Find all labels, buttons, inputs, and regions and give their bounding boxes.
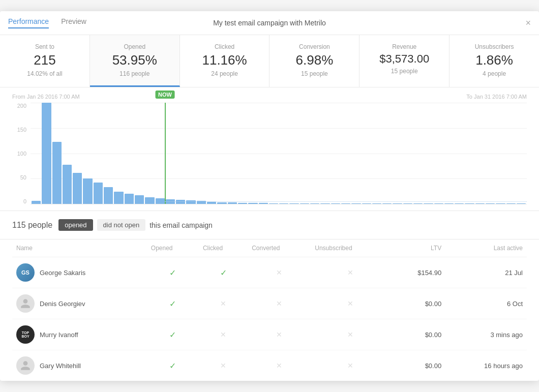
stat-conversion[interactable]: Conversion 6.98% 15 people	[270, 35, 360, 87]
stat-clicked-sub: 24 people	[184, 70, 265, 77]
titlebar: Performance Preview My test email campai…	[0, 11, 539, 35]
chart-bar	[63, 165, 72, 204]
cell-opened: ✓	[147, 257, 199, 288]
now-label: NOW	[155, 91, 175, 99]
chart-bar	[331, 203, 340, 204]
stat-sent[interactable]: Sent to 215 14.02% of all	[0, 35, 90, 87]
chart-date-to: To Jan 31 2016 7:00 AM	[466, 94, 527, 100]
stat-clicked-value: 11.16%	[184, 52, 265, 68]
chart-bar	[289, 203, 298, 204]
chart-bar	[506, 203, 516, 204]
stat-unsub[interactable]: Unsubscribers 1.86% 4 people	[450, 35, 539, 87]
person-name[interactable]: Denis Georgiev	[40, 300, 85, 308]
cell-last-active: 21 Jul	[445, 257, 527, 288]
cell-name: GS George Sakaris	[12, 257, 147, 288]
cell-opened: ✓	[147, 288, 199, 319]
stat-revenue[interactable]: Revenue $3,573.00 15 people	[360, 35, 450, 87]
cell-last-active: 16 hours ago	[445, 350, 527, 381]
chart-bar	[135, 195, 144, 204]
filter-text: this email campaign	[149, 221, 213, 229]
check-icon: ✓	[169, 361, 176, 370]
person-name[interactable]: Gary Whitehill	[40, 362, 81, 370]
check-icon: ✓	[220, 268, 227, 277]
cell-converted: ✕	[248, 319, 311, 350]
chart-container: 200 150 100 50 0 NOW	[12, 103, 527, 204]
cross-icon: ✕	[276, 361, 282, 370]
cell-name: Denis Georgiev	[12, 288, 147, 319]
chart-bar	[217, 202, 226, 204]
check-icon: ✓	[169, 268, 176, 277]
y-label-100: 100	[12, 150, 26, 157]
cell-converted: ✕	[248, 257, 311, 288]
stat-conversion-sub: 15 people	[274, 70, 355, 77]
stat-clicked[interactable]: Clicked 11.16% 24 people	[180, 35, 270, 87]
cross-icon: ✕	[276, 268, 282, 277]
chart-bar	[300, 203, 309, 204]
did-not-open-filter-btn[interactable]: did not open	[97, 219, 146, 231]
opened-filter-btn[interactable]: opened	[58, 219, 93, 231]
cell-unsubscribed: ✕	[311, 288, 390, 319]
table-row[interactable]: TOPBOY Murry Ivanoff ✓ ✕ ✕ ✕ $0.00 3 min…	[12, 319, 527, 350]
col-header-last-active: Last active	[445, 239, 527, 257]
table-container: Name Opened Clicked Converted Unsubscrib…	[0, 239, 539, 381]
table-row[interactable]: GS George Sakaris ✓ ✓ ✕ ✕ $154.90 21 Jul	[12, 257, 527, 288]
cell-name: TOPBOY Murry Ivanoff	[12, 319, 147, 350]
chart-bar	[259, 203, 268, 204]
cell-ltv: $0.00	[390, 288, 446, 319]
chart-bar	[320, 203, 330, 204]
cell-clicked: ✕	[199, 350, 248, 381]
close-button[interactable]: ×	[525, 18, 531, 27]
avatar	[16, 294, 35, 313]
table-row[interactable]: Gary Whitehill ✓ ✕ ✕ ✕ $0.00 16 hours ag…	[12, 350, 527, 381]
main-window: Performance Preview My test email campai…	[0, 11, 539, 381]
cell-clicked: ✓	[199, 257, 248, 288]
chart-bar	[310, 203, 319, 204]
chart-date-from: From Jan 26 2016 7:00 AM	[12, 94, 80, 100]
chart-bar	[465, 203, 474, 204]
check-icon: ✓	[169, 330, 176, 339]
stat-revenue-label: Revenue	[364, 43, 445, 50]
chart-bar	[517, 203, 526, 204]
table-header-row: Name Opened Clicked Converted Unsubscrib…	[12, 239, 527, 257]
chart-bar	[486, 203, 495, 204]
chart-bar	[52, 142, 62, 204]
tab-performance[interactable]: Performance	[8, 17, 49, 28]
chart-bar	[94, 183, 103, 204]
cell-ltv: $0.00	[390, 350, 446, 381]
y-label-150: 150	[12, 127, 26, 133]
person-name[interactable]: George Sakaris	[40, 269, 85, 277]
chart-bar	[73, 173, 82, 204]
cell-opened: ✓	[147, 350, 199, 381]
dotted-line	[165, 201, 527, 202]
cell-last-active: 3 mins ago	[445, 319, 527, 350]
cross-icon: ✕	[276, 299, 282, 308]
check-icon: ✓	[169, 299, 176, 308]
cell-unsubscribed: ✕	[311, 257, 390, 288]
chart-bar	[341, 203, 350, 204]
chart-bar	[228, 202, 237, 204]
stat-sent-sub: 14.02% of all	[4, 70, 85, 77]
cell-name: Gary Whitehill	[12, 350, 147, 381]
y-label-200: 200	[12, 103, 26, 109]
col-header-clicked: Clicked	[199, 239, 248, 257]
chart-bar	[42, 103, 51, 204]
window-title: My test email campaign with Metrilo	[213, 19, 326, 27]
people-count: 115 people	[12, 221, 52, 230]
chart-bar	[114, 192, 123, 204]
stat-opened[interactable]: Opened 53.95% 116 people	[90, 35, 180, 87]
cross-icon: ✕	[220, 361, 226, 370]
table-row[interactable]: Denis Georgiev ✓ ✕ ✕ ✕ $0.00 6 Oct	[12, 288, 527, 319]
person-name[interactable]: Murry Ivanoff	[40, 331, 78, 339]
stats-row: Sent to 215 14.02% of all Opened 53.95% …	[0, 35, 539, 87]
chart-bar	[125, 194, 134, 204]
chart-bar	[83, 178, 92, 204]
stat-conversion-value: 6.98%	[274, 52, 355, 68]
cell-converted: ✕	[248, 350, 311, 381]
stat-revenue-sub: 15 people	[364, 68, 445, 75]
tab-preview[interactable]: Preview	[61, 17, 86, 28]
chart-inner: NOW	[31, 103, 527, 204]
cell-clicked: ✕	[199, 319, 248, 350]
stat-clicked-label: Clicked	[184, 43, 265, 50]
cell-last-active: 6 Oct	[445, 288, 527, 319]
chart-bar	[176, 200, 185, 204]
